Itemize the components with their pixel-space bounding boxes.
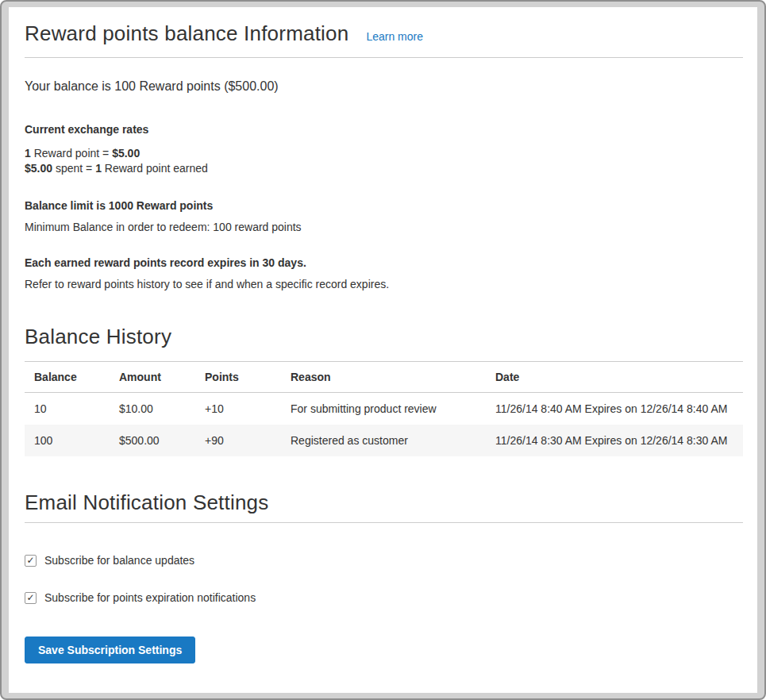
column-header-points: Points xyxy=(195,362,281,393)
table-row: 10 $10.00 +10 For submitting product rev… xyxy=(25,393,743,425)
table-row: 100 $500.00 +90 Registered as customer 1… xyxy=(25,425,743,456)
checkbox-checked-icon[interactable]: ✓ xyxy=(25,555,37,567)
expiration-note: Refer to reward points history to see if… xyxy=(25,278,743,290)
exchange-rates-heading: Current exchange rates xyxy=(25,123,743,136)
cell-amount: $10.00 xyxy=(110,393,195,425)
minimum-balance-note: Minimum Balance in order to redeem: 100 … xyxy=(25,221,743,233)
reward-points-panel: Reward points balance Information Learn … xyxy=(9,7,757,693)
cell-balance: 100 xyxy=(25,425,110,456)
column-header-date: Date xyxy=(486,362,743,393)
subscribe-balance-updates-option[interactable]: ✓ Subscribe for balance updates xyxy=(25,554,743,567)
exchange-rate-line-2: $5.00 spent = 1 Reward point earned xyxy=(25,161,743,176)
cell-reason: Registered as customer xyxy=(281,425,486,456)
balance-history-table: Balance Amount Points Reason Date 10 $10… xyxy=(25,361,743,456)
checkbox-checked-icon[interactable]: ✓ xyxy=(25,592,37,604)
subscribe-expiration-notifications-label: Subscribe for points expiration notifica… xyxy=(44,591,256,604)
cell-date: 11/26/14 8:30 AM Expires on 12/26/14 8:3… xyxy=(486,425,743,456)
cell-amount: $500.00 xyxy=(110,425,195,456)
balance-history-title: Balance History xyxy=(25,325,743,349)
column-header-reason: Reason xyxy=(281,362,486,393)
page-title: Reward points balance Information xyxy=(25,21,348,46)
subscribe-balance-updates-label: Subscribe for balance updates xyxy=(44,554,194,567)
page-header: Reward points balance Information Learn … xyxy=(25,17,743,58)
cell-reason: For submitting product review xyxy=(281,393,486,425)
exchange-rates: 1 Reward point = $5.00 $5.00 spent = 1 R… xyxy=(25,146,743,176)
balance-summary: Your balance is 100 Reward points ($500.… xyxy=(25,79,743,94)
cell-points: +90 xyxy=(195,425,281,456)
expiration-heading: Each earned reward points record expires… xyxy=(25,256,743,269)
column-header-amount: Amount xyxy=(110,362,195,393)
exchange-rate-line-1: 1 Reward point = $5.00 xyxy=(25,146,743,161)
page-frame: Reward points balance Information Learn … xyxy=(0,0,766,700)
balance-limit-heading: Balance limit is 1000 Reward points xyxy=(25,199,743,212)
cell-balance: 10 xyxy=(25,393,110,425)
learn-more-link[interactable]: Learn more xyxy=(366,30,423,43)
save-subscription-settings-button[interactable]: Save Subscription Settings xyxy=(25,637,195,663)
cell-points: +10 xyxy=(195,393,281,425)
column-header-balance: Balance xyxy=(25,362,110,393)
cell-date: 11/26/14 8:40 AM Expires on 12/26/14 8:4… xyxy=(486,393,743,425)
subscribe-expiration-notifications-option[interactable]: ✓ Subscribe for points expiration notifi… xyxy=(25,591,743,604)
email-notification-settings-title: Email Notification Settings xyxy=(25,490,743,523)
balance-history-header: Balance Amount Points Reason Date xyxy=(25,362,743,393)
